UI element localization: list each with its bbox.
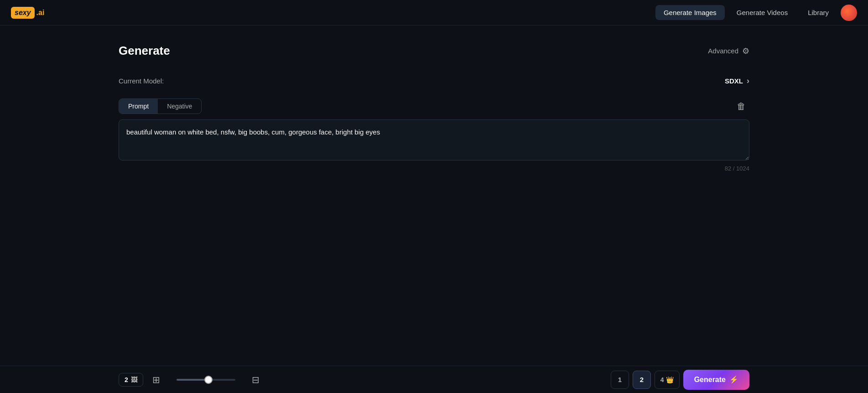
tabs-container: Prompt Negative — [119, 98, 202, 114]
slider[interactable] — [177, 379, 235, 381]
model-row: Current Model: SDXL › — [119, 76, 749, 86]
bottom-left: 2 🖼 ⊞ ⊟ — [119, 372, 261, 387]
grid-layout-button[interactable]: ⊞ — [151, 372, 162, 387]
crown-value: 4 — [660, 376, 664, 383]
tab-negative[interactable]: Negative — [158, 99, 201, 114]
logo[interactable]: sexy.ai — [11, 7, 44, 19]
prompt-textarea[interactable]: beautiful woman on white bed, nsfw, big … — [119, 119, 749, 160]
navbar-left: sexy.ai — [11, 7, 44, 19]
tab-prompt[interactable]: Prompt — [119, 99, 158, 114]
sliders-icon: ⚙ — [742, 46, 749, 56]
navbar: sexy.ai Generate Images Generate Videos … — [0, 0, 868, 26]
avatar[interactable] — [841, 5, 857, 21]
image-icon: 🖼 — [131, 376, 137, 383]
count-value: 2 — [125, 376, 128, 383]
grid-small-icon[interactable]: ⊟ — [250, 374, 261, 385]
crown-icon: 👑 — [666, 376, 674, 383]
logo-ai: .ai — [36, 9, 45, 17]
num-2-button[interactable]: 2 — [633, 371, 651, 389]
advanced-label: Advanced — [708, 47, 738, 55]
main-content: Generate Advanced ⚙ Current Model: SDXL … — [0, 26, 868, 172]
delete-button[interactable]: 🗑 — [733, 99, 749, 114]
nav-library[interactable]: Library — [800, 5, 837, 20]
model-selector[interactable]: SDXL › — [725, 76, 749, 86]
crown-button[interactable]: 4 👑 — [655, 371, 680, 389]
bottom-right: 1 2 4 👑 Generate ⚡ — [611, 370, 749, 390]
count-badge[interactable]: 2 🖼 — [119, 373, 143, 387]
nav-generate-images[interactable]: Generate Images — [655, 5, 725, 20]
tabs-row: Prompt Negative 🗑 — [119, 98, 749, 114]
lightning-icon: ⚡ — [729, 375, 738, 384]
page-title: Generate — [119, 44, 170, 58]
advanced-button[interactable]: Advanced ⚙ — [708, 46, 749, 56]
bottom-bar: 2 🖼 ⊞ ⊟ 1 2 4 👑 Generate ⚡ — [0, 366, 868, 393]
navbar-right: Generate Images Generate Videos Library — [655, 5, 857, 21]
num-1-button[interactable]: 1 — [611, 371, 629, 389]
page-header: Generate Advanced ⚙ — [119, 44, 749, 58]
slider-container — [177, 379, 235, 381]
model-label: Current Model: — [119, 77, 164, 85]
char-count: 82 / 1024 — [119, 165, 749, 172]
generate-label: Generate — [694, 376, 726, 384]
model-value: SDXL — [725, 77, 743, 85]
logo-text: sexy — [11, 7, 35, 19]
generate-button[interactable]: Generate ⚡ — [683, 370, 749, 390]
chevron-right-icon: › — [747, 76, 749, 86]
nav-generate-videos[interactable]: Generate Videos — [728, 5, 796, 20]
